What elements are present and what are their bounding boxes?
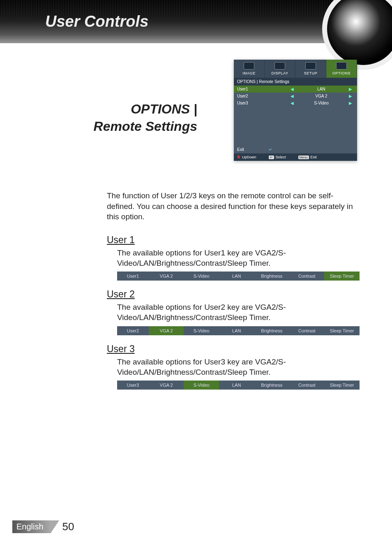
user1-opt-2[interactable]: LAN: [219, 272, 254, 281]
page-footer: English 50: [12, 520, 74, 533]
user2-desc: The available options for User2 key are …: [117, 302, 359, 323]
user1-option-bar: User1 VGA 2 S-Video LAN Brightness Contr…: [117, 272, 360, 281]
user3-opt-0[interactable]: VGA 2: [149, 381, 184, 390]
osd-row-user3[interactable]: User3 ◀ S-Video ▶: [234, 100, 357, 107]
osd-tab-options[interactable]: OPTIONS: [326, 60, 357, 78]
osd-footer-updown: ⇅UpDown: [237, 155, 256, 159]
osd-row-user3-value: S-Video: [295, 101, 347, 105]
user1-opt-5[interactable]: Sleep Timer: [324, 272, 360, 281]
chevron-right-icon[interactable]: ▶: [347, 101, 354, 105]
osd-tab-display-label: DISPLAY: [272, 71, 288, 75]
osd-tabs: IMAGE DISPLAY SETUP OPTIONS: [234, 60, 357, 78]
osd-tab-setup-label: SETUP: [304, 71, 318, 75]
osd-exit-label: Exit: [237, 147, 244, 152]
menu-key-icon: Menu: [298, 155, 309, 159]
user1-heading: User 1: [107, 234, 359, 246]
user2-bar-label: User2: [117, 326, 149, 335]
osd-tab-display[interactable]: DISPLAY: [265, 60, 295, 78]
display-icon: [274, 62, 285, 70]
user1-bar-label: User1: [117, 272, 149, 281]
osd-exit-row[interactable]: Exit ↵: [234, 146, 357, 153]
chevron-right-icon[interactable]: ▶: [347, 94, 354, 98]
enter-icon: ↵: [269, 147, 272, 152]
osd-row-user3-label: User3: [237, 101, 289, 105]
osd-footer: ⇅UpDown ↵Select MenuExit: [234, 153, 357, 161]
osd-menu: IMAGE DISPLAY SETUP OPTIONS OPTIONS | Re…: [234, 60, 357, 161]
osd-tab-setup[interactable]: SETUP: [295, 60, 326, 78]
enter-key-icon: ↵: [269, 155, 274, 159]
osd-tab-image-label: IMAGE: [242, 71, 256, 75]
user2-opt-3[interactable]: Brightness: [254, 326, 289, 335]
user1-desc: The available options for User1 key are …: [117, 248, 359, 268]
user3-heading: User 3: [107, 343, 359, 355]
user3-opt-5[interactable]: Sleep Timer: [324, 381, 360, 390]
osd-footer-select-label: Select: [276, 155, 286, 159]
osd-tab-options-label: OPTIONS: [332, 71, 350, 75]
user3-option-bar: User3 VGA 2 S-Video LAN Brightness Contr…: [117, 381, 360, 390]
language-badge: English: [12, 520, 51, 533]
user3-opt-1[interactable]: S-Video: [184, 381, 219, 390]
user2-opt-5[interactable]: Sleep Timer: [324, 326, 360, 335]
osd-row-user2-label: User2: [237, 94, 289, 98]
user2-opt-1[interactable]: S-Video: [184, 326, 219, 335]
osd-row-user1-label: User1: [237, 87, 289, 91]
user1-opt-4[interactable]: Contrast: [289, 272, 325, 281]
osd-spacer: [234, 107, 357, 146]
user3-desc: The available options for User3 key are …: [117, 357, 359, 377]
user3-opt-2[interactable]: LAN: [219, 381, 254, 390]
osd-breadcrumb: OPTIONS | Remote Settings: [234, 78, 357, 86]
setup-icon: [305, 62, 316, 70]
osd-footer-exit-label: Exit: [311, 155, 317, 159]
options-icon: [336, 62, 347, 70]
chevron-right-icon[interactable]: ▶: [347, 87, 354, 91]
osd-row-user1-value: LAN: [295, 87, 347, 91]
user2-option-bar: User2 VGA 2 S-Video LAN Brightness Contr…: [117, 326, 360, 335]
user2-opt-0[interactable]: VGA 2: [149, 326, 184, 335]
user1-opt-0[interactable]: VGA 2: [149, 272, 184, 281]
osd-tab-image[interactable]: IMAGE: [234, 60, 265, 78]
user2-opt-2[interactable]: LAN: [219, 326, 254, 335]
osd-footer-select: ↵Select: [269, 155, 286, 159]
user3-opt-4[interactable]: Contrast: [289, 381, 325, 390]
page-title: User Controls: [45, 13, 148, 30]
osd-row-user2[interactable]: User2 ◀ VGA 2 ▶: [234, 93, 357, 100]
intro-paragraph: The function of User 1/2/3 keys on the r…: [107, 190, 359, 222]
user3-opt-3[interactable]: Brightness: [254, 381, 289, 390]
chevron-left-icon[interactable]: ◀: [289, 87, 295, 91]
user1-opt-1[interactable]: S-Video: [184, 272, 219, 281]
osd-row-user1[interactable]: User1 ◀ LAN ▶: [234, 86, 357, 93]
page-number: 50: [62, 520, 74, 533]
user1-opt-3[interactable]: Brightness: [254, 272, 289, 281]
chevron-left-icon[interactable]: ◀: [289, 94, 295, 98]
section-heading: OPTIONS | Remote Settings: [33, 101, 197, 135]
monitor-icon: [244, 62, 254, 70]
chevron-left-icon[interactable]: ◀: [289, 101, 295, 105]
osd-footer-updown-label: UpDown: [242, 155, 256, 159]
user2-opt-4[interactable]: Contrast: [289, 326, 325, 335]
section-heading-line2: Remote Settings: [94, 119, 197, 134]
user3-bar-label: User3: [117, 381, 149, 390]
updown-arrows-icon: ⇅: [237, 155, 240, 159]
osd-row-user2-value: VGA 2: [295, 94, 347, 98]
user2-heading: User 2: [107, 289, 359, 300]
osd-footer-exit: MenuExit: [298, 155, 317, 159]
section-heading-line1: OPTIONS |: [131, 102, 197, 116]
